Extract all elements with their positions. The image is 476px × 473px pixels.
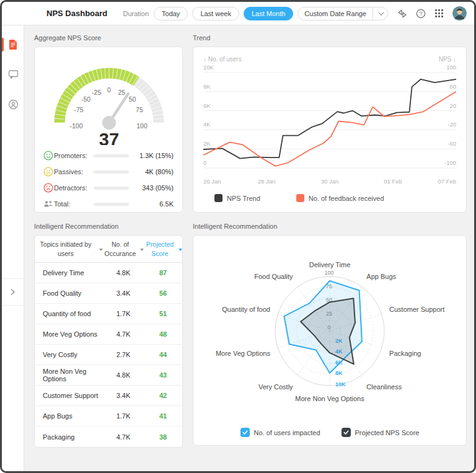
stat-bar <box>94 187 129 190</box>
table-header: Topics initiated by usersNo. of Occuranc… <box>35 236 182 263</box>
checkbox-checked-icon[interactable] <box>240 428 250 437</box>
people-icon <box>43 200 54 208</box>
stat-label: Detractors: <box>54 184 94 192</box>
smile-icon <box>43 151 54 161</box>
stat-row-passives: Passives:4K (80%) <box>43 164 174 180</box>
svg-text:26 Jan: 26 Jan <box>203 178 221 185</box>
score-cell: 51 <box>144 310 182 317</box>
svg-text:100: 100 <box>136 122 148 130</box>
trend-card-title: Trend <box>193 34 467 42</box>
occurrence-cell: 2.7K <box>103 351 144 358</box>
svg-text:75: 75 <box>136 106 143 113</box>
svg-text:20: 20 <box>449 102 456 109</box>
svg-text:?: ? <box>419 11 422 17</box>
score-cell: 87 <box>144 269 182 276</box>
occurrence-cell: 1.7K <box>103 310 144 317</box>
topic-cell: Delivery Time <box>35 269 103 276</box>
svg-text:100: 100 <box>446 64 456 71</box>
custom-date-range-button[interactable]: Custom Date Range <box>298 7 388 20</box>
duration-button-last-month[interactable]: Last Month <box>244 7 293 20</box>
duration-button-today[interactable]: Today <box>154 7 188 20</box>
radar-legend: No. of users impactedProjected NPS Score <box>198 428 461 437</box>
column-header-2[interactable]: No. of Occurance <box>103 240 144 257</box>
legend-label: No. of feedback received <box>309 195 384 202</box>
occurrence-cell: 4.7K <box>103 433 144 441</box>
avatar[interactable] <box>452 6 467 20</box>
duration-button-last-week[interactable]: Last week <box>192 7 239 20</box>
radar-legend-item[interactable]: Projected NPS Score <box>342 428 420 437</box>
document-icon <box>8 39 18 50</box>
svg-text:Quantity of food: Quantity of food <box>222 306 270 313</box>
svg-text:More Veg Options: More Veg Options <box>216 350 271 357</box>
legend-label: NPS Trend <box>227 195 260 202</box>
chevron-down-icon[interactable] <box>373 9 387 18</box>
column-header-label: Projected Score <box>144 240 176 257</box>
topic-cell: App Bugs <box>35 412 103 420</box>
stat-bar <box>94 170 129 174</box>
table-row: Very Costly2.7K44 <box>35 345 182 365</box>
trend-legend: NPS TrendNo. of feedback received <box>214 194 456 202</box>
topic-cell: Packaging <box>35 433 103 441</box>
column-header-1[interactable]: Topics initiated by users <box>35 240 103 257</box>
stat-label: Promoters: <box>54 152 94 159</box>
help-icon[interactable]: ? <box>415 8 426 19</box>
nps-stats: Promoters:1.3K (15%)Passives:4K (80%)Det… <box>41 148 176 212</box>
column-header-label: Topics initiated by users <box>35 240 97 257</box>
page-title: NPS Dashboard <box>46 9 107 18</box>
svg-text:60: 60 <box>449 83 456 90</box>
occurrence-cell: 4.8K <box>103 269 144 276</box>
svg-text:4K: 4K <box>203 121 211 128</box>
score-cell: 43 <box>144 371 182 379</box>
top-bar: NPS Dashboard Duration TodayLast weekLas… <box>2 2 474 25</box>
stat-label: Total: <box>54 200 94 208</box>
column-header-3[interactable]: Projected Score <box>144 240 182 257</box>
svg-text:10K: 10K <box>203 64 214 71</box>
score-cell: 44 <box>144 351 182 358</box>
stat-row-promoters: Promoters:1.3K (15%) <box>43 148 174 164</box>
trend-card: ↓ No. of users NPS ↓ 10K1008K606K204K-20… <box>193 46 467 213</box>
occurrence-cell: 4.8K <box>103 371 144 379</box>
svg-text:25: 25 <box>118 89 125 96</box>
svg-text:2K: 2K <box>203 140 211 147</box>
sidebar-item-reports[interactable] <box>2 34 24 55</box>
svg-text:30 Jan: 30 Jan <box>321 178 339 185</box>
trend-legend-item: No. of feedback received <box>296 194 384 202</box>
svg-text:App Bugs: App Bugs <box>366 273 396 280</box>
sidebar-item-customers[interactable] <box>2 94 24 115</box>
occurrence-cell: 4.7K <box>103 330 144 338</box>
table-row: Delivery Time4.8K87 <box>35 263 182 283</box>
stat-bar <box>94 154 129 157</box>
checkbox-checked-icon[interactable] <box>342 428 351 437</box>
svg-text:10K: 10K <box>335 381 346 387</box>
table-row: Customer Support3.4K42 <box>35 386 182 406</box>
occurrence-cell: 3.4K <box>103 290 144 297</box>
sidebar-collapse-button[interactable] <box>2 278 24 306</box>
svg-text:37: 37 <box>99 130 119 145</box>
radar-legend-item[interactable]: No. of users impacted <box>240 428 320 437</box>
svg-text:-25: -25 <box>92 89 101 96</box>
table-row: More Veg Options4.7K48 <box>35 324 182 345</box>
svg-text:More Non Veg Options: More Non Veg Options <box>295 395 364 402</box>
trend-chart: 10K1008K606K204K-202K-600-10026 Jan28 Ja… <box>203 64 456 189</box>
topic-cell: Food Quality <box>35 290 103 297</box>
svg-text:8K: 8K <box>335 370 343 376</box>
neutral-icon <box>43 167 54 177</box>
radar-card-title: Intelligent Recommendation <box>193 223 467 230</box>
table-body: Delivery Time4.8K87Food Quality3.4K56Qua… <box>35 263 182 447</box>
sidebar-item-feedback[interactable] <box>2 64 24 85</box>
table-row: Quantity of food1.7K51 <box>35 304 182 324</box>
apps-grid-icon[interactable] <box>434 8 444 19</box>
workflow-icon[interactable] <box>397 8 407 19</box>
custom-date-range-label: Custom Date Range <box>298 7 372 20</box>
topic-cell: Very Costly <box>35 351 103 358</box>
svg-text:Very Costly: Very Costly <box>258 383 293 391</box>
svg-text:-50: -50 <box>81 95 90 103</box>
stat-value: 343 (05%) <box>135 184 174 192</box>
stat-value: 1.3K (15%) <box>135 152 174 159</box>
occurrence-cell: 1.7K <box>103 412 144 420</box>
sort-caret-icon[interactable] <box>178 249 182 251</box>
svg-text:50: 50 <box>129 95 136 103</box>
score-cell: 42 <box>144 392 182 399</box>
svg-text:01 Feb: 01 Feb <box>384 178 402 185</box>
left-axis-title: ↓ No. of users <box>203 56 242 63</box>
